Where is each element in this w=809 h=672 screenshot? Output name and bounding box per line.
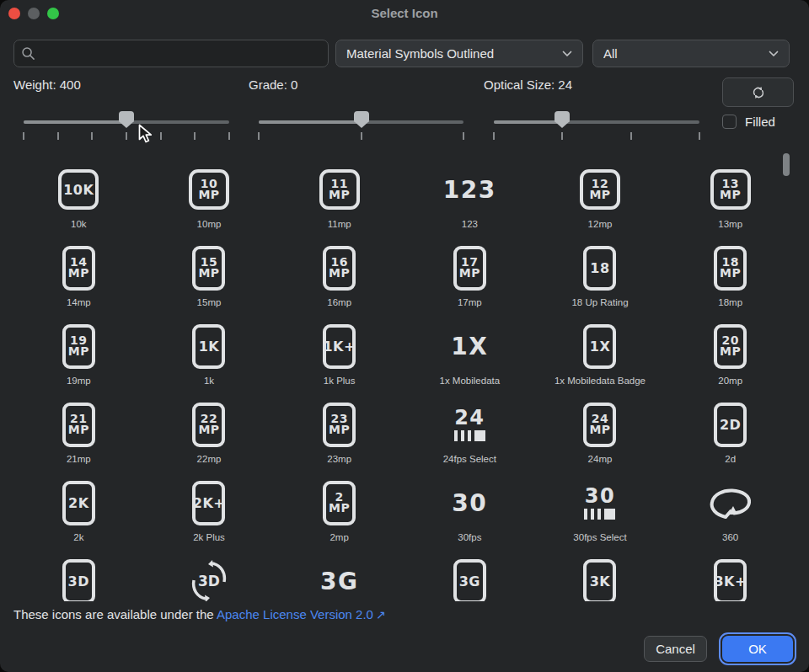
icon-cell-3g[interactable]: 3G	[274, 552, 404, 601]
icon-glyph: 3D	[62, 559, 95, 602]
search-input[interactable]	[40, 45, 321, 61]
icon-cell-10k[interactable]: 10K10k	[13, 160, 144, 238]
external-link-icon: ↗	[376, 608, 386, 621]
icon-cell-18mp[interactable]: 18MP18mp	[665, 238, 796, 317]
slider-track[interactable]	[494, 120, 699, 124]
icon-cell-23mp[interactable]: 23MP23mp	[274, 395, 404, 473]
cancel-button[interactable]: Cancel	[644, 636, 707, 662]
icon-glyph-3d-rotation: 3D	[187, 559, 231, 601]
icon-glyph: 1X	[583, 324, 616, 369]
icon-cell-1x-mobiledata-badge[interactable]: 1X1x Mobiledata Badge	[535, 317, 666, 395]
icon-area: 3G	[453, 552, 486, 601]
icon-label: 123	[462, 219, 478, 229]
chevron-down-icon	[562, 51, 572, 57]
icon-area: 3K	[583, 552, 616, 601]
scrollbar[interactable]	[783, 152, 790, 598]
search-icon	[21, 46, 35, 61]
icon-area: 30	[452, 473, 487, 532]
icon-area: 2K	[62, 473, 95, 532]
icon-label: 16mp	[327, 297, 351, 307]
icon-cell-24mp[interactable]: 24MP24mp	[535, 395, 666, 473]
icon-glyph: 13MP	[710, 169, 751, 210]
icon-area: 3K+	[714, 552, 747, 601]
icon-cell-16mp[interactable]: 16MP16mp	[274, 238, 404, 317]
icon-label: 21mp	[67, 454, 91, 464]
icon-area: 16MP	[323, 238, 356, 297]
slider-tick	[126, 132, 127, 140]
icon-glyph: 18MP	[714, 246, 747, 291]
icon-area	[709, 473, 753, 532]
icon-cell-2d[interactable]: 2D2d	[665, 395, 796, 473]
icon-cell-2k-plus[interactable]: 2K+2k Plus	[144, 473, 275, 552]
optical-size-slider[interactable]	[494, 109, 699, 142]
icon-cell-11mp[interactable]: 11MP11mp	[274, 160, 404, 238]
icon-label: 30fps Select	[573, 532, 626, 542]
category-select[interactable]: All	[592, 40, 790, 67]
icon-cell-360[interactable]: 360	[665, 473, 796, 552]
icon-cell-14mp[interactable]: 14MP14mp	[13, 238, 144, 317]
icon-label: 12mp	[588, 219, 613, 229]
slider-tick	[258, 132, 260, 140]
filled-checkbox-label: Filled	[745, 115, 775, 129]
chevron-down-icon	[769, 51, 779, 57]
icon-glyph: 15MP	[192, 246, 225, 291]
icon-label: 1x Mobiledata	[440, 376, 501, 386]
icon-cell-17mp[interactable]: 17MP17mp	[404, 238, 535, 317]
icon-cell-30fps[interactable]: 3030fps	[404, 473, 535, 552]
icon-area: 11MP	[319, 160, 360, 219]
icon-label: 10mp	[197, 219, 222, 229]
icon-label: 22mp	[197, 454, 222, 464]
icon-glyph: 11MP	[319, 169, 360, 210]
slider-thumb[interactable]	[354, 111, 369, 122]
icon-area: 1K	[192, 317, 225, 376]
icon-cell-3d[interactable]: 3D	[13, 552, 144, 601]
icon-cell-1x-mobiledata[interactable]: 1X1x Mobiledata	[404, 317, 535, 395]
refresh-icon	[749, 83, 768, 102]
icon-cell-12mp[interactable]: 12MP12mp	[535, 160, 666, 238]
icon-cell-19mp[interactable]: 19MP19mp	[13, 317, 144, 395]
slider-tick	[23, 132, 24, 140]
icon-area: 3G	[320, 552, 358, 601]
icon-area: 12MP	[580, 160, 620, 219]
icon-cell-18-up-rating[interactable]: 1818 Up Rating	[535, 238, 666, 317]
icon-cell-1k[interactable]: 1K1k	[144, 317, 275, 395]
icon-glyph: 18	[583, 246, 616, 291]
slider-thumb[interactable]	[555, 111, 570, 122]
slider-thumb[interactable]	[119, 111, 134, 122]
font-family-select[interactable]: Material Symbols Outlined	[335, 40, 583, 67]
ok-button[interactable]: OK	[722, 636, 793, 662]
icon-cell-3k[interactable]: 3K	[535, 552, 666, 601]
weight-label: Weight: 400	[13, 77, 229, 92]
icon-cell-22mp[interactable]: 22MP22mp	[144, 395, 275, 473]
icon-area: 24	[454, 395, 485, 454]
apache-license-link[interactable]: Apache License Version 2.0	[217, 607, 373, 621]
icon-cell-21mp[interactable]: 21MP21mp	[13, 395, 144, 473]
refresh-button[interactable]	[722, 77, 794, 107]
scrollbar-thumb[interactable]	[783, 153, 790, 176]
icon-cell-24fps-select[interactable]: 2424fps Select	[404, 395, 535, 473]
grade-slider[interactable]	[259, 109, 463, 142]
search-field[interactable]	[13, 40, 329, 67]
icon-cell-3d[interactable]: 3D	[144, 552, 275, 601]
icon-area: 18MP	[714, 238, 747, 297]
icon-label: 13mp	[718, 219, 742, 229]
icon-cell-1k-plus[interactable]: 1K+1k Plus	[274, 317, 404, 395]
icon-cell-15mp[interactable]: 15MP15mp	[144, 238, 275, 317]
icon-area: 30	[584, 473, 615, 532]
icon-area: 1X	[583, 317, 616, 376]
icon-cell-3k-[interactable]: 3K+	[665, 552, 796, 601]
filled-checkbox[interactable]	[722, 115, 737, 129]
icon-cell-30fps-select[interactable]: 3030fps Select	[535, 473, 666, 552]
icon-cell-20mp[interactable]: 20MP20mp	[665, 317, 796, 395]
icon-area: 22MP	[192, 395, 225, 454]
icon-cell-13mp[interactable]: 13MP13mp	[665, 160, 796, 238]
icon-cell-2k[interactable]: 2K2k	[13, 473, 144, 552]
icon-cell-2mp[interactable]: 2MP2mp	[274, 473, 404, 552]
icon-cell-3g[interactable]: 3G	[404, 552, 535, 601]
slider-tick	[699, 132, 700, 140]
icon-cell-10mp[interactable]: 10MP10mp	[144, 160, 275, 238]
icon-label: 2k Plus	[193, 532, 225, 542]
icon-cell-123[interactable]: 123123	[404, 160, 535, 238]
weight-slider[interactable]	[24, 109, 229, 142]
variation-controls: Weight: 400 Grade: 0 Optical Size: 24 Fi…	[0, 77, 809, 150]
